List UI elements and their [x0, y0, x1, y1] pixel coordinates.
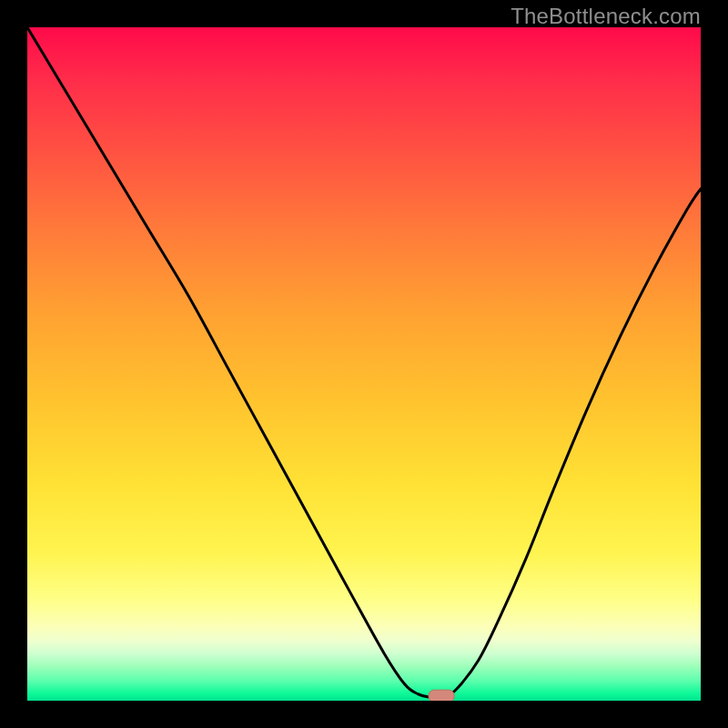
plot-area [27, 27, 701, 701]
curve-layer [27, 27, 701, 701]
watermark-text: TheBottleneck.com [511, 4, 701, 29]
optimum-marker [429, 690, 454, 701]
bottleneck-curve [27, 27, 701, 698]
chart-container: TheBottleneck.com [0, 0, 728, 728]
